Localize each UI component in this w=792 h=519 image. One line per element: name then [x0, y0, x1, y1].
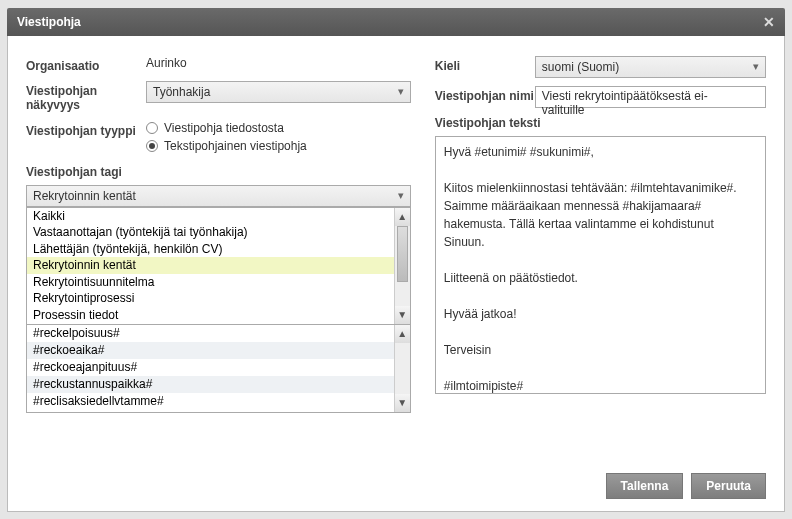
type-radio-text[interactable]: Tekstipohjainen viestipohja	[146, 139, 411, 153]
list-item[interactable]: #reckoeaika#	[27, 342, 394, 359]
name-input-value: Viesti rekrytointipäätöksestä ei-valitui…	[542, 89, 708, 117]
chevron-up-icon[interactable]: ▲	[395, 208, 410, 226]
type-radio-text-label: Tekstipohjainen viestipohja	[164, 139, 307, 153]
list-item[interactable]: #reckustannuspaikka#	[27, 376, 394, 393]
lang-select[interactable]: suomi (Suomi)	[535, 56, 766, 78]
list-item[interactable]: Lähettäjän (työntekijä, henkilön CV)	[27, 241, 394, 258]
radio-checked-icon	[146, 140, 158, 152]
visibility-label: Viestipohjan näkyvyys	[26, 81, 146, 113]
org-label: Organisaatio	[26, 56, 146, 73]
list-item[interactable]: Kaikki	[27, 208, 394, 225]
footer: Tallenna Peruuta	[606, 473, 766, 499]
scrollbar[interactable]: ▲ ▼	[394, 325, 410, 412]
chevron-down-icon[interactable]: ▼	[395, 306, 410, 324]
tag-listbox[interactable]: #reckelpoisuus# #reckoeaika# #reckoeajan…	[26, 325, 411, 413]
list-item[interactable]: #reckelpoisuus#	[27, 325, 394, 342]
tag-label: Viestipohjan tagi	[26, 165, 411, 179]
save-button[interactable]: Tallenna	[606, 473, 684, 499]
tag-category-select[interactable]: Rekrytoinnin kentät	[26, 185, 411, 207]
body-textarea[interactable]: Hyvä #etunimi# #sukunimi#, Kiitos mielen…	[435, 136, 766, 394]
radio-icon	[146, 122, 158, 134]
tag-category-listbox[interactable]: Kaikki Vastaanottajan (työntekijä tai ty…	[26, 207, 411, 325]
type-radio-file[interactable]: Viestipohja tiedostosta	[146, 121, 411, 135]
org-value: Aurinko	[146, 56, 411, 70]
list-item[interactable]: #reckoeajanpituus#	[27, 359, 394, 376]
visibility-select-value: Työnhakija	[153, 85, 210, 99]
text-label: Viestipohjan teksti	[435, 116, 766, 130]
modal: Viestipohja ✕ Organisaatio Aurinko Viest…	[7, 8, 785, 512]
type-radio-file-label: Viestipohja tiedostosta	[164, 121, 284, 135]
list-item[interactable]: Rekrytointiprosessi	[27, 290, 394, 307]
cancel-button[interactable]: Peruuta	[691, 473, 766, 499]
list-item[interactable]: #reclisaksiedellvtamme#	[27, 393, 394, 410]
list-item[interactable]: Vastaanottajan (työntekijä tai työnhakij…	[27, 224, 394, 241]
modal-title: Viestipohja	[17, 15, 81, 29]
chevron-down-icon[interactable]: ▼	[395, 394, 410, 412]
chevron-up-icon[interactable]: ▲	[395, 325, 410, 343]
titlebar: Viestipohja ✕	[7, 8, 785, 36]
visibility-select[interactable]: Työnhakija	[146, 81, 411, 103]
lang-label: Kieli	[435, 56, 535, 73]
name-label: Viestipohjan nimi	[435, 86, 535, 103]
close-icon[interactable]: ✕	[763, 14, 775, 30]
lang-select-value: suomi (Suomi)	[542, 60, 619, 74]
list-item[interactable]: Prosessin tiedot	[27, 307, 394, 324]
modal-body: Organisaatio Aurinko Viestipohjan näkyvy…	[7, 36, 785, 512]
list-item-selected[interactable]: Rekrytoinnin kentät	[27, 257, 394, 274]
name-input[interactable]: Viesti rekrytointipäätöksestä ei-valitui…	[535, 86, 766, 108]
scrollbar[interactable]: ▲ ▼	[394, 208, 410, 324]
scrollbar-thumb[interactable]	[397, 226, 408, 282]
tag-category-select-value: Rekrytoinnin kentät	[33, 189, 136, 203]
list-item[interactable]: Rekrytointisuunnitelma	[27, 274, 394, 291]
type-label: Viestipohjan tyyppi	[26, 121, 146, 138]
